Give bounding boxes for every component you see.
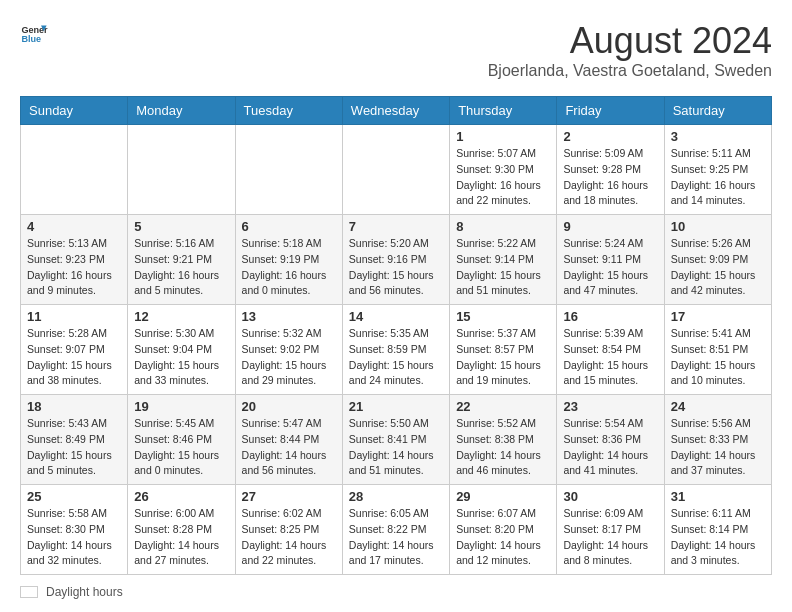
calendar-week-2: 4Sunrise: 5:13 AMSunset: 9:23 PMDaylight… <box>21 215 772 305</box>
day-info: Sunrise: 5:58 AMSunset: 8:30 PMDaylight:… <box>27 506 121 569</box>
day-number: 29 <box>456 489 550 504</box>
day-info: Sunrise: 5:52 AMSunset: 8:38 PMDaylight:… <box>456 416 550 479</box>
main-title: August 2024 <box>488 20 772 62</box>
calendar-table: SundayMondayTuesdayWednesdayThursdayFrid… <box>20 96 772 575</box>
header-friday: Friday <box>557 97 664 125</box>
day-info: Sunrise: 5:28 AMSunset: 9:07 PMDaylight:… <box>27 326 121 389</box>
logo-icon: General Blue <box>20 20 48 48</box>
subtitle: Bjoerlanda, Vaestra Goetaland, Sweden <box>488 62 772 80</box>
day-info: Sunrise: 5:39 AMSunset: 8:54 PMDaylight:… <box>563 326 657 389</box>
calendar-day: 8Sunrise: 5:22 AMSunset: 9:14 PMDaylight… <box>450 215 557 305</box>
day-info: Sunrise: 5:13 AMSunset: 9:23 PMDaylight:… <box>27 236 121 299</box>
calendar-day: 14Sunrise: 5:35 AMSunset: 8:59 PMDayligh… <box>342 305 449 395</box>
calendar-day: 19Sunrise: 5:45 AMSunset: 8:46 PMDayligh… <box>128 395 235 485</box>
day-number: 21 <box>349 399 443 414</box>
calendar-day: 12Sunrise: 5:30 AMSunset: 9:04 PMDayligh… <box>128 305 235 395</box>
day-number: 17 <box>671 309 765 324</box>
calendar-day: 24Sunrise: 5:56 AMSunset: 8:33 PMDayligh… <box>664 395 771 485</box>
day-number: 18 <box>27 399 121 414</box>
day-info: Sunrise: 5:20 AMSunset: 9:16 PMDaylight:… <box>349 236 443 299</box>
day-info: Sunrise: 6:00 AMSunset: 8:28 PMDaylight:… <box>134 506 228 569</box>
header-tuesday: Tuesday <box>235 97 342 125</box>
day-info: Sunrise: 5:37 AMSunset: 8:57 PMDaylight:… <box>456 326 550 389</box>
day-number: 25 <box>27 489 121 504</box>
day-number: 4 <box>27 219 121 234</box>
header-saturday: Saturday <box>664 97 771 125</box>
calendar-day: 25Sunrise: 5:58 AMSunset: 8:30 PMDayligh… <box>21 485 128 575</box>
calendar-day: 9Sunrise: 5:24 AMSunset: 9:11 PMDaylight… <box>557 215 664 305</box>
calendar-day <box>235 125 342 215</box>
day-number: 5 <box>134 219 228 234</box>
day-number: 11 <box>27 309 121 324</box>
calendar-day: 21Sunrise: 5:50 AMSunset: 8:41 PMDayligh… <box>342 395 449 485</box>
day-number: 2 <box>563 129 657 144</box>
day-number: 12 <box>134 309 228 324</box>
svg-text:Blue: Blue <box>21 34 41 44</box>
day-number: 6 <box>242 219 336 234</box>
day-info: Sunrise: 5:43 AMSunset: 8:49 PMDaylight:… <box>27 416 121 479</box>
calendar-week-5: 25Sunrise: 5:58 AMSunset: 8:30 PMDayligh… <box>21 485 772 575</box>
day-number: 26 <box>134 489 228 504</box>
day-info: Sunrise: 5:16 AMSunset: 9:21 PMDaylight:… <box>134 236 228 299</box>
calendar-day: 17Sunrise: 5:41 AMSunset: 8:51 PMDayligh… <box>664 305 771 395</box>
day-info: Sunrise: 6:09 AMSunset: 8:17 PMDaylight:… <box>563 506 657 569</box>
day-info: Sunrise: 5:26 AMSunset: 9:09 PMDaylight:… <box>671 236 765 299</box>
day-number: 7 <box>349 219 443 234</box>
day-info: Sunrise: 5:41 AMSunset: 8:51 PMDaylight:… <box>671 326 765 389</box>
day-info: Sunrise: 5:32 AMSunset: 9:02 PMDaylight:… <box>242 326 336 389</box>
day-info: Sunrise: 5:09 AMSunset: 9:28 PMDaylight:… <box>563 146 657 209</box>
day-number: 13 <box>242 309 336 324</box>
day-number: 19 <box>134 399 228 414</box>
daylight-legend-box <box>20 586 38 598</box>
day-number: 27 <box>242 489 336 504</box>
day-number: 15 <box>456 309 550 324</box>
day-number: 1 <box>456 129 550 144</box>
day-info: Sunrise: 5:24 AMSunset: 9:11 PMDaylight:… <box>563 236 657 299</box>
calendar-day: 23Sunrise: 5:54 AMSunset: 8:36 PMDayligh… <box>557 395 664 485</box>
title-block: August 2024 Bjoerlanda, Vaestra Goetalan… <box>488 20 772 80</box>
calendar-day: 31Sunrise: 6:11 AMSunset: 8:14 PMDayligh… <box>664 485 771 575</box>
day-number: 24 <box>671 399 765 414</box>
day-info: Sunrise: 6:02 AMSunset: 8:25 PMDaylight:… <box>242 506 336 569</box>
day-info: Sunrise: 5:54 AMSunset: 8:36 PMDaylight:… <box>563 416 657 479</box>
header-monday: Monday <box>128 97 235 125</box>
day-number: 8 <box>456 219 550 234</box>
calendar-day: 20Sunrise: 5:47 AMSunset: 8:44 PMDayligh… <box>235 395 342 485</box>
day-number: 28 <box>349 489 443 504</box>
calendar-day: 10Sunrise: 5:26 AMSunset: 9:09 PMDayligh… <box>664 215 771 305</box>
calendar-day: 22Sunrise: 5:52 AMSunset: 8:38 PMDayligh… <box>450 395 557 485</box>
calendar-day: 3Sunrise: 5:11 AMSunset: 9:25 PMDaylight… <box>664 125 771 215</box>
calendar-day: 29Sunrise: 6:07 AMSunset: 8:20 PMDayligh… <box>450 485 557 575</box>
calendar-day: 2Sunrise: 5:09 AMSunset: 9:28 PMDaylight… <box>557 125 664 215</box>
day-info: Sunrise: 5:45 AMSunset: 8:46 PMDaylight:… <box>134 416 228 479</box>
calendar-header-row: SundayMondayTuesdayWednesdayThursdayFrid… <box>21 97 772 125</box>
day-info: Sunrise: 5:07 AMSunset: 9:30 PMDaylight:… <box>456 146 550 209</box>
header-sunday: Sunday <box>21 97 128 125</box>
calendar-day: 7Sunrise: 5:20 AMSunset: 9:16 PMDaylight… <box>342 215 449 305</box>
calendar-day: 28Sunrise: 6:05 AMSunset: 8:22 PMDayligh… <box>342 485 449 575</box>
calendar-day <box>128 125 235 215</box>
calendar-day <box>342 125 449 215</box>
calendar-day: 18Sunrise: 5:43 AMSunset: 8:49 PMDayligh… <box>21 395 128 485</box>
day-info: Sunrise: 5:11 AMSunset: 9:25 PMDaylight:… <box>671 146 765 209</box>
calendar-day: 16Sunrise: 5:39 AMSunset: 8:54 PMDayligh… <box>557 305 664 395</box>
calendar-day: 13Sunrise: 5:32 AMSunset: 9:02 PMDayligh… <box>235 305 342 395</box>
calendar-day: 4Sunrise: 5:13 AMSunset: 9:23 PMDaylight… <box>21 215 128 305</box>
calendar-day: 5Sunrise: 5:16 AMSunset: 9:21 PMDaylight… <box>128 215 235 305</box>
calendar-day <box>21 125 128 215</box>
day-number: 16 <box>563 309 657 324</box>
day-info: Sunrise: 6:11 AMSunset: 8:14 PMDaylight:… <box>671 506 765 569</box>
day-info: Sunrise: 5:22 AMSunset: 9:14 PMDaylight:… <box>456 236 550 299</box>
calendar-day: 11Sunrise: 5:28 AMSunset: 9:07 PMDayligh… <box>21 305 128 395</box>
day-info: Sunrise: 5:18 AMSunset: 9:19 PMDaylight:… <box>242 236 336 299</box>
day-number: 14 <box>349 309 443 324</box>
daylight-label: Daylight hours <box>46 585 123 599</box>
logo: General Blue <box>20 20 48 48</box>
day-number: 23 <box>563 399 657 414</box>
calendar-week-3: 11Sunrise: 5:28 AMSunset: 9:07 PMDayligh… <box>21 305 772 395</box>
page-header: General Blue August 2024 Bjoerlanda, Vae… <box>20 20 772 80</box>
day-info: Sunrise: 6:05 AMSunset: 8:22 PMDaylight:… <box>349 506 443 569</box>
calendar-day: 27Sunrise: 6:02 AMSunset: 8:25 PMDayligh… <box>235 485 342 575</box>
calendar-day: 15Sunrise: 5:37 AMSunset: 8:57 PMDayligh… <box>450 305 557 395</box>
calendar-week-1: 1Sunrise: 5:07 AMSunset: 9:30 PMDaylight… <box>21 125 772 215</box>
